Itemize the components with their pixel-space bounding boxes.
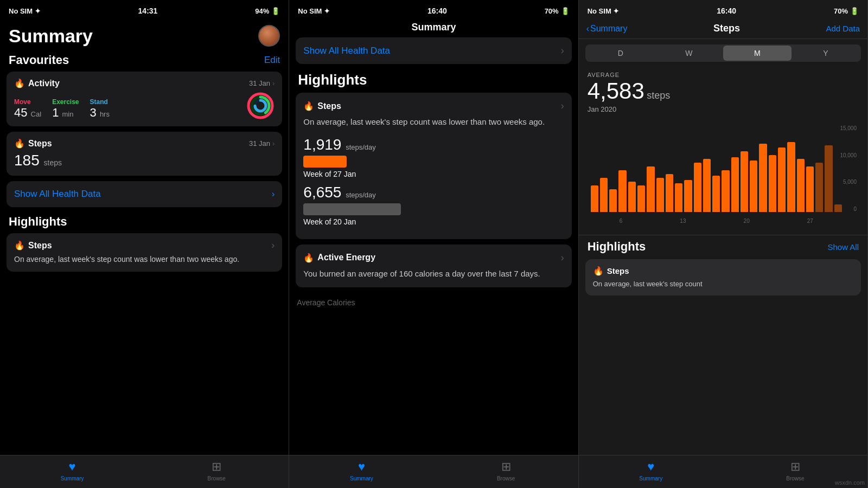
- tab-summary-2[interactable]: ♥ Summary: [289, 460, 433, 481]
- steps-desc-2: On average, last week's step count was l…: [303, 116, 564, 129]
- chart-bar-13: [712, 176, 720, 212]
- chart-bar-11: [694, 163, 701, 212]
- avatar-1[interactable]: [258, 25, 280, 47]
- add-data-button-3[interactable]: Add Data: [826, 24, 860, 33]
- flame-icon-activity: 🔥: [14, 78, 25, 88]
- move-stat: Move 45 Cal: [14, 98, 41, 120]
- filter-y-button[interactable]: Y: [792, 46, 860, 61]
- avg-label-3: AVERAGE: [588, 72, 859, 78]
- mini-steps-card-3[interactable]: 🔥 Steps On average, last week's step cou…: [585, 259, 861, 296]
- favourites-title: Favourites: [9, 53, 69, 67]
- activity-card[interactable]: 🔥 Activity 31 Jan › Move 45 Cal Exercise…: [7, 72, 282, 126]
- tab-bar-1: ♥ Summary ⊞ Browse: [0, 455, 289, 488]
- flame-icon-mini-3: 🔥: [593, 266, 604, 276]
- chevron-icon-show-all-1: ›: [272, 189, 275, 200]
- screen-1: No SIM ✦ 14:31 94% 🔋 Summary Favourites …: [0, 0, 289, 488]
- tab-summary-label-1: Summary: [61, 476, 84, 481]
- filter-w-button[interactable]: W: [655, 46, 723, 61]
- flame-icon-highlights-1: 🔥: [14, 240, 25, 251]
- chart-bar-21: [787, 142, 795, 212]
- browse-icon-2: ⊞: [501, 460, 511, 474]
- highlights-steps-card-1[interactable]: 🔥 Steps › On average, last week's step c…: [7, 233, 282, 272]
- show-all-health-button-1[interactable]: Show All Health Data ›: [7, 181, 282, 207]
- browse-icon-1: ⊞: [212, 460, 221, 474]
- steps-highlight-card-2[interactable]: 🔥 Steps › On average, last week's step c…: [296, 93, 571, 239]
- tab-summary-label-2: Summary: [350, 476, 373, 481]
- steps-value-1: 185 steps: [14, 152, 62, 169]
- status-right-2: 70% 🔋: [545, 7, 570, 15]
- chart-bar-15: [731, 157, 739, 212]
- week2-bar: [303, 203, 564, 215]
- week1-bar: [303, 156, 564, 168]
- y-label-0: 0: [853, 206, 857, 212]
- tab-browse-label-3: Browse: [786, 476, 804, 481]
- x-label-20: 20: [744, 218, 750, 224]
- chart-x-labels-3: 6 13 20 27: [591, 218, 842, 224]
- chart-bar-18: [759, 144, 767, 212]
- battery-icon-1: 🔋: [271, 7, 280, 15]
- y-label-10k: 10,000: [840, 152, 857, 158]
- show-all-link-3[interactable]: Show All: [827, 242, 859, 252]
- steps-title-1: 🔥 Steps: [14, 138, 52, 149]
- filter-m-button[interactable]: M: [723, 46, 792, 61]
- status-left-3: No SIM ✦: [588, 7, 620, 15]
- week1-bar-visual: [303, 156, 347, 168]
- screen-2: No SIM ✦ 16:40 70% 🔋 Summary Show All He…: [289, 0, 578, 488]
- activity-stats: Move 45 Cal Exercise 1 min Stand 3 hrs: [14, 92, 275, 120]
- tab-browse-1[interactable]: ⊞ Browse: [144, 460, 289, 481]
- x-label-27: 27: [807, 218, 813, 224]
- avg-value-container-3: 4,583 steps: [588, 78, 859, 104]
- show-all-text-2: Show All Health Data: [303, 46, 390, 56]
- favourites-section-header: Favourites Edit: [0, 51, 289, 72]
- chart-bar-10: [684, 180, 692, 212]
- chart-bar-0: [591, 185, 598, 212]
- chart-bar-9: [675, 183, 682, 212]
- screen1-header: Summary: [0, 20, 289, 51]
- avg-value-3: 4,583: [588, 78, 644, 104]
- steps-card-header-1: 🔥 Steps 31 Jan ›: [14, 138, 275, 149]
- chart-bar-25: [825, 145, 832, 212]
- status-left-1: No SIM ✦: [9, 7, 41, 15]
- chart-bar-17: [750, 160, 757, 212]
- status-bar-1: No SIM ✦ 14:31 94% 🔋: [0, 0, 289, 20]
- tab-browse-3[interactable]: ⊞ Browse: [723, 460, 867, 481]
- y-label-5k: 5,000: [843, 179, 857, 185]
- flame-icon-energy-2: 🔥: [303, 253, 314, 263]
- exercise-value: 1 min: [52, 106, 79, 120]
- tab-summary-3[interactable]: ♥ Summary: [579, 460, 723, 481]
- avg-date-3: Jan 2020: [588, 105, 859, 113]
- week1-label: Week of 27 Jan: [303, 170, 564, 178]
- status-bar-3: No SIM ✦ 16:40 70% 🔋: [579, 0, 867, 20]
- time-filter-3: D W M Y: [585, 44, 861, 62]
- chart-bar-4: [628, 182, 636, 212]
- mini-steps-title-3: Steps: [607, 266, 629, 275]
- tab-bar-3: ♥ Summary ⊞ Browse: [579, 455, 867, 488]
- screen3-nav: ‹ Summary Steps Add Data: [579, 20, 867, 39]
- watermark: wsxdn.com: [835, 479, 865, 486]
- filter-d-button[interactable]: D: [586, 46, 655, 61]
- steps-card-1[interactable]: 🔥 Steps 31 Jan › 185 steps: [7, 132, 282, 176]
- steps-highlight-header-2: 🔥 Steps ›: [303, 100, 564, 112]
- browse-icon-3: ⊞: [790, 460, 800, 474]
- back-button-3[interactable]: ‹ Summary: [586, 24, 628, 34]
- chart-bar-6: [647, 166, 654, 212]
- tab-browse-2[interactable]: ⊞ Browse: [434, 460, 578, 481]
- activity-ring: [246, 92, 275, 120]
- chart-bar-19: [769, 155, 776, 212]
- week2-stat: 6,655 steps/day Week of 20 Jan: [303, 184, 564, 226]
- chart-bar-14: [722, 170, 729, 212]
- steps-date-1: 31 Jan ›: [249, 139, 275, 147]
- stand-value: 3 hrs: [90, 106, 110, 120]
- active-energy-card-2[interactable]: 🔥 Active Energy › You burned an average …: [296, 245, 571, 288]
- chevron-icon-steps-2: ›: [561, 100, 564, 112]
- x-label-6: 6: [620, 218, 623, 224]
- show-all-link-2[interactable]: Show All Health Data ›: [296, 37, 571, 64]
- chevron-icon-energy-2: ›: [561, 252, 564, 264]
- tab-summary-1[interactable]: ♥ Summary: [0, 460, 144, 481]
- activity-date: 31 Jan ›: [249, 79, 275, 87]
- edit-button[interactable]: Edit: [264, 55, 280, 66]
- x-label-13: 13: [680, 218, 686, 224]
- highlights-desc-1: On average, last week's step count was l…: [14, 254, 275, 265]
- tab-bar-2: ♥ Summary ⊞ Browse: [289, 455, 578, 488]
- screen2-title: Summary: [411, 22, 456, 33]
